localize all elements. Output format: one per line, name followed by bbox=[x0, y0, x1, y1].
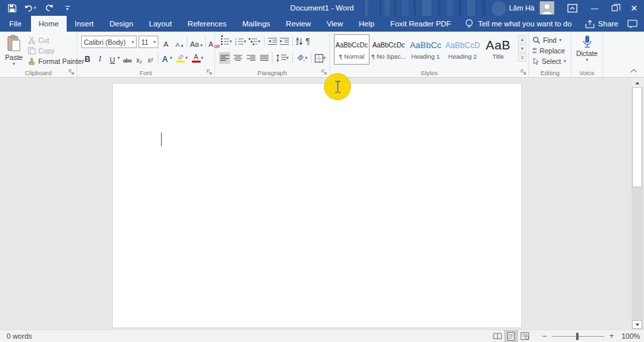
zoom-percentage[interactable]: 100% bbox=[618, 332, 644, 340]
format-painter-button[interactable]: Format Painter bbox=[28, 57, 84, 66]
undo-dropdown-caret[interactable]: ▾ bbox=[34, 5, 36, 11]
web-layout-button[interactable] bbox=[518, 330, 532, 342]
tab-foxit-reader-pdf[interactable]: Foxit Reader PDF bbox=[382, 16, 459, 32]
borders-button[interactable]: ▾ bbox=[313, 52, 327, 64]
style-heading-2[interactable]: AaBbCcD Heading 2 bbox=[445, 34, 480, 65]
style-heading-1[interactable]: AaBbCc Heading 1 bbox=[408, 34, 443, 65]
paste-dropdown-caret[interactable]: ▾ bbox=[13, 61, 15, 67]
font-name-select[interactable]: Calibri (Body)▾ bbox=[81, 36, 137, 48]
tab-view[interactable]: View bbox=[319, 16, 351, 32]
multilevel-list-button[interactable]: ▾ bbox=[247, 36, 262, 47]
minimize-button[interactable]: — bbox=[585, 0, 604, 16]
zoom-out-button[interactable]: − bbox=[538, 331, 550, 341]
tell-me-box[interactable]: Tell me what you want to do bbox=[465, 16, 571, 32]
paragraph-dialog-launcher[interactable] bbox=[321, 69, 327, 75]
shading-button[interactable]: ▾ bbox=[295, 52, 309, 64]
align-left-button[interactable] bbox=[219, 52, 230, 64]
style-no-spacing[interactable]: AaBbCcDc ¶ No Spac... bbox=[371, 34, 406, 65]
word-count[interactable]: 0 words bbox=[0, 332, 32, 340]
sort-button[interactable]: AZ bbox=[295, 36, 305, 47]
font-color-button[interactable]: A bbox=[191, 52, 201, 64]
save-button[interactable] bbox=[4, 1, 20, 15]
text-effects-button[interactable]: A bbox=[160, 52, 170, 64]
clipboard-dialog-launcher[interactable] bbox=[69, 69, 75, 75]
account-user-name[interactable]: Lâm Hà bbox=[509, 4, 534, 12]
tab-references[interactable]: References bbox=[179, 16, 234, 32]
increase-indent-button[interactable] bbox=[278, 36, 290, 47]
scroll-up-button[interactable] bbox=[631, 78, 643, 87]
qat-customize-button[interactable]: ▾ bbox=[59, 1, 75, 15]
ribbon-display-options-button[interactable] bbox=[564, 0, 581, 16]
tab-insert[interactable]: Insert bbox=[67, 16, 102, 32]
styles-scroll-down-button[interactable]: ▼ bbox=[518, 44, 527, 53]
share-icon bbox=[585, 20, 595, 28]
style-title[interactable]: AaB Title bbox=[482, 34, 515, 65]
superscript-button[interactable]: x² bbox=[146, 52, 156, 64]
share-button[interactable]: Share bbox=[585, 20, 618, 28]
highlight-button[interactable] bbox=[176, 52, 185, 64]
tab-home[interactable]: Home bbox=[31, 16, 67, 32]
print-layout-button[interactable] bbox=[504, 330, 518, 342]
vertical-scrollbar[interactable] bbox=[631, 78, 643, 329]
paste-button[interactable]: Paste ▾ bbox=[3, 35, 25, 69]
text-effects-dropdown-caret[interactable]: ▾ bbox=[170, 55, 173, 61]
bold-button[interactable]: B bbox=[82, 52, 92, 64]
zoom-slider-handle[interactable] bbox=[576, 333, 579, 340]
cut-button[interactable]: Cut bbox=[28, 36, 84, 45]
align-right-button[interactable] bbox=[245, 52, 257, 64]
styles-dialog-launcher[interactable] bbox=[521, 69, 527, 75]
decrease-indent-button[interactable] bbox=[267, 36, 278, 47]
select-button[interactable]: Select▾ bbox=[532, 57, 566, 66]
font-size-select[interactable]: 11▾ bbox=[139, 36, 158, 48]
restore-button[interactable] bbox=[604, 0, 624, 16]
find-button[interactable]: Find▾ bbox=[532, 36, 566, 45]
tab-help[interactable]: Help bbox=[351, 16, 383, 32]
redo-button[interactable] bbox=[41, 1, 57, 15]
zoom-in-button[interactable]: + bbox=[606, 331, 618, 341]
group-styles: AaBbCcDc ¶ Normal AaBbCcDc ¶ No Spac... … bbox=[330, 32, 529, 77]
scroll-down-button[interactable] bbox=[632, 320, 642, 329]
dictate-dropdown-caret[interactable]: ▾ bbox=[586, 57, 589, 63]
avatar[interactable] bbox=[540, 1, 554, 14]
copy-button[interactable]: Copy bbox=[28, 46, 84, 55]
tab-file[interactable]: File bbox=[0, 16, 31, 32]
font-dialog-launcher[interactable] bbox=[207, 69, 212, 75]
read-mode-button[interactable] bbox=[490, 330, 504, 342]
document-page[interactable] bbox=[112, 83, 522, 328]
underline-dropdown-caret[interactable]: ▾ bbox=[117, 55, 120, 61]
dictate-button[interactable]: Dictate ▾ bbox=[571, 35, 602, 63]
replace-button[interactable]: abac Replace bbox=[532, 46, 566, 55]
style-normal[interactable]: AaBbCcDc ¶ Normal bbox=[334, 34, 370, 65]
highlight-dropdown-caret[interactable]: ▾ bbox=[185, 55, 188, 61]
person-icon bbox=[541, 3, 553, 14]
subscript-button[interactable]: x₂ bbox=[135, 52, 145, 64]
tab-mailings[interactable]: Mailings bbox=[234, 16, 278, 32]
italic-button[interactable]: I bbox=[95, 52, 105, 64]
zoom-slider[interactable] bbox=[552, 336, 604, 337]
font-color-dropdown-caret[interactable]: ▾ bbox=[201, 55, 204, 61]
show-hide-marks-button[interactable]: ¶ bbox=[304, 36, 311, 47]
styles-scroll-up-button[interactable]: ▲ bbox=[518, 35, 527, 43]
tab-design[interactable]: Design bbox=[102, 16, 141, 32]
undo-button[interactable]: ▾ bbox=[22, 1, 38, 15]
select-cursor-icon bbox=[532, 57, 539, 65]
document-area[interactable] bbox=[0, 78, 644, 329]
styles-gallery-more-button[interactable]: ⊽ bbox=[518, 53, 527, 62]
numbering-button[interactable]: 123 ▾ bbox=[234, 36, 248, 47]
read-mode-icon bbox=[493, 333, 502, 340]
tab-layout[interactable]: Layout bbox=[141, 16, 180, 32]
comments-button[interactable] bbox=[628, 20, 637, 28]
justify-button[interactable] bbox=[259, 52, 270, 64]
shrink-font-button[interactable]: A▼ bbox=[175, 36, 185, 48]
collapse-ribbon-button[interactable] bbox=[630, 69, 637, 73]
change-case-button[interactable]: Aa▾ bbox=[189, 36, 203, 48]
grow-font-button[interactable]: A▲ bbox=[161, 36, 171, 48]
close-button[interactable]: ✕ bbox=[624, 0, 644, 16]
line-spacing-button[interactable]: ▾ bbox=[274, 52, 290, 64]
underline-button[interactable]: U bbox=[108, 52, 117, 64]
tab-review[interactable]: Review bbox=[278, 16, 319, 32]
scrollbar-thumb[interactable] bbox=[632, 87, 642, 187]
align-center-button[interactable] bbox=[232, 52, 243, 64]
bullets-button[interactable]: ▾ bbox=[219, 36, 234, 47]
strikethrough-button[interactable]: abc bbox=[123, 52, 133, 64]
